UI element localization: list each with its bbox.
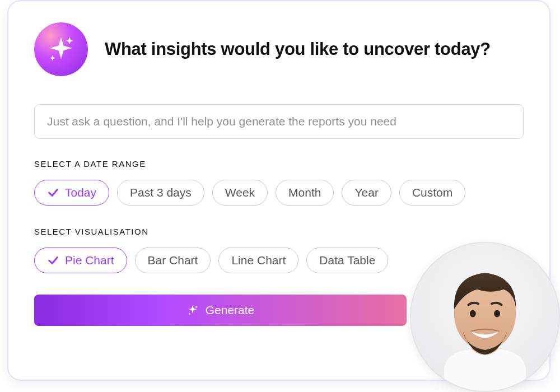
- pill-label: Data Table: [319, 254, 375, 267]
- question-input[interactable]: [34, 104, 524, 139]
- visualisation-bar-chart[interactable]: Bar Chart: [135, 248, 211, 273]
- pill-label: Today: [65, 186, 96, 199]
- pill-label: Past 3 days: [130, 186, 192, 199]
- check-icon: [47, 254, 59, 267]
- date-range-today[interactable]: Today: [34, 180, 109, 206]
- date-range-row: Today Past 3 days Week Month Year Custom: [34, 180, 524, 206]
- svg-point-3: [494, 310, 500, 318]
- visualisation-label: SELECT VISUALISATION: [34, 227, 524, 236]
- visualisation-data-table[interactable]: Data Table: [306, 248, 388, 273]
- visualisation-pie-chart[interactable]: Pie Chart: [34, 248, 127, 273]
- date-range-month[interactable]: Month: [276, 180, 334, 206]
- date-range-label: SELECT A DATE RANGE: [34, 159, 524, 169]
- pill-label: Pie Chart: [65, 254, 114, 267]
- pill-label: Line Chart: [231, 254, 286, 267]
- sparkle-icon: [46, 35, 76, 64]
- page-title: What insights would you like to uncover …: [105, 39, 491, 59]
- avatar-image: [411, 243, 559, 391]
- date-range-custom[interactable]: Custom: [399, 180, 465, 206]
- generate-button[interactable]: Generate: [34, 295, 407, 326]
- pill-label: Bar Chart: [148, 254, 198, 267]
- pill-label: Custom: [412, 186, 452, 199]
- pill-label: Month: [288, 186, 321, 199]
- date-range-year[interactable]: Year: [342, 180, 391, 206]
- pill-label: Week: [225, 186, 255, 199]
- generate-button-label: Generate: [206, 304, 255, 317]
- svg-point-2: [470, 310, 476, 318]
- sparkle-logo: [34, 22, 88, 76]
- visualisation-line-chart[interactable]: Line Chart: [218, 248, 298, 273]
- check-icon: [47, 186, 59, 199]
- pill-label: Year: [354, 186, 378, 199]
- avatar: [410, 242, 560, 392]
- date-range-week[interactable]: Week: [212, 180, 268, 206]
- sparkle-icon: [186, 304, 199, 316]
- header-row: What insights would you like to uncover …: [34, 22, 524, 76]
- date-range-past-3-days[interactable]: Past 3 days: [117, 180, 204, 206]
